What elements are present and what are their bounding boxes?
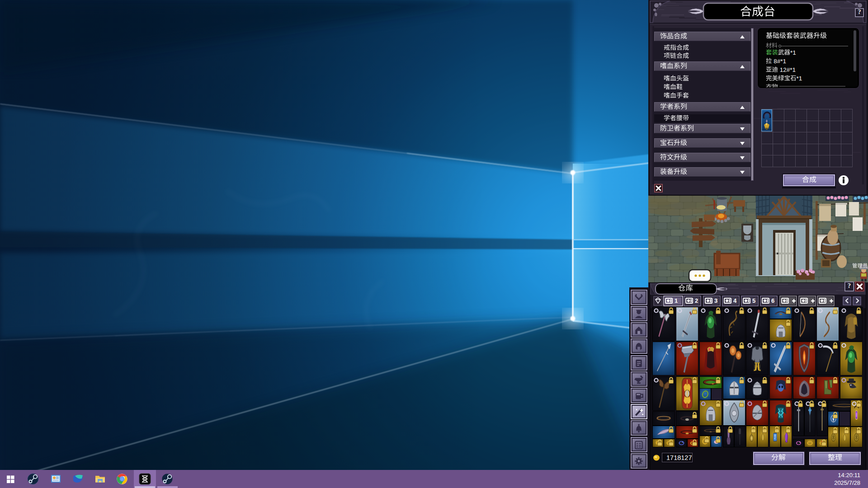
svg-text:1: 1 [780,66,783,73]
svg-text:1: 1 [799,75,802,82]
svg-text:1: 1 [783,58,787,65]
svg-text:1: 1 [793,66,796,73]
svg-text:2: 2 [783,66,787,73]
svg-text:1: 1 [793,49,796,56]
svg-text:8: 8 [774,58,777,65]
